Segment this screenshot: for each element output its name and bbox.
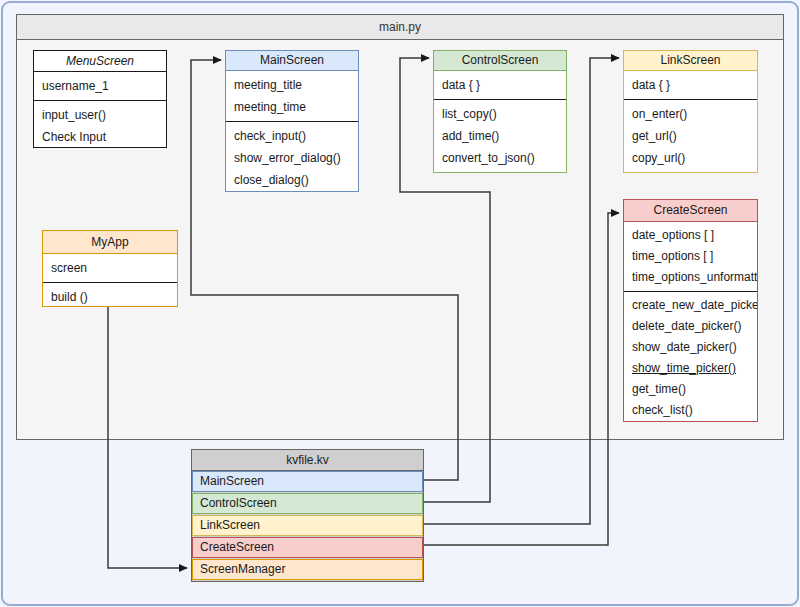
class-box-controlscreen: ControlScreen data { } list_copy() add_t… xyxy=(433,50,567,173)
class-title-controlscreen: ControlScreen xyxy=(434,51,566,71)
fields-section: data { } xyxy=(624,71,757,100)
class-title-mainscreen: MainScreen xyxy=(226,51,358,71)
method: delete_date_picker() xyxy=(624,316,757,337)
field: data { } xyxy=(624,74,757,96)
method: convert_to_json() xyxy=(434,147,566,169)
methods-section: build () xyxy=(43,283,177,307)
class-title-menuscreen: MenuScreen xyxy=(34,51,166,72)
field: screen xyxy=(43,257,177,279)
fields-section: data { } xyxy=(434,71,566,100)
method: get_time() xyxy=(624,379,757,400)
class-box-myapp: MyApp screen build () xyxy=(42,230,178,307)
field: date_options [ ] xyxy=(624,225,757,246)
method: copy_url() xyxy=(624,147,757,169)
kvfile-container: kvfile.kv MainScreen ControlScreen LinkS… xyxy=(191,449,424,582)
method: get_url() xyxy=(624,125,757,147)
method: add_time() xyxy=(434,125,566,147)
main-py-title: main.py xyxy=(17,15,783,40)
field: meeting_title xyxy=(226,74,358,96)
field: time_options_unformatted [ ] xyxy=(624,267,757,288)
methods-section: check_input() show_error_dialog() close_… xyxy=(226,122,358,192)
field: data { } xyxy=(434,74,566,96)
field: username_1 xyxy=(34,75,166,97)
methods-section: create_new_date_picker() delete_date_pic… xyxy=(624,292,757,422)
method: show_error_dialog() xyxy=(226,147,358,169)
fields-section: username_1 xyxy=(34,72,166,101)
kvfile-row-screenmanager: ScreenManager xyxy=(192,559,423,580)
class-box-mainscreen: MainScreen meeting_title meeting_time ch… xyxy=(225,50,359,192)
fields-section: screen xyxy=(43,254,177,283)
method: close_dialog() xyxy=(226,169,358,191)
class-box-linkscreen: LinkScreen data { } on_enter() get_url()… xyxy=(623,50,758,173)
method: build () xyxy=(43,286,177,307)
methods-section: on_enter() get_url() copy_url() xyxy=(624,100,757,172)
method: input_user() xyxy=(34,104,166,126)
field: meeting_time xyxy=(226,96,358,118)
class-title-myapp: MyApp xyxy=(43,231,177,254)
class-title-createscreen: CreateScreen xyxy=(624,200,757,222)
method: Check Input xyxy=(34,126,166,148)
fields-section: meeting_title meeting_time xyxy=(226,71,358,122)
diagram-canvas: main.py MenuScreen username_1 input_user… xyxy=(0,0,800,607)
kvfile-row-mainscreen: MainScreen xyxy=(192,471,423,492)
method: show_time_picker() xyxy=(624,358,757,379)
kvfile-row-controlscreen: ControlScreen xyxy=(192,493,423,514)
method: list_copy() xyxy=(434,103,566,125)
kvfile-row-createscreen: CreateScreen xyxy=(192,537,423,558)
method: check_input() xyxy=(226,125,358,147)
method: check_list() xyxy=(624,400,757,421)
method: show_date_picker() xyxy=(624,337,757,358)
field: time_options [ ] xyxy=(624,246,757,267)
kvfile-title: kvfile.kv xyxy=(192,450,423,471)
methods-section: input_user() Check Input xyxy=(34,101,166,148)
method: on_enter() xyxy=(624,103,757,125)
fields-section: date_options [ ] time_options [ ] time_o… xyxy=(624,222,757,292)
method: create_new_date_picker() xyxy=(624,295,757,316)
class-box-menuscreen: MenuScreen username_1 input_user() Check… xyxy=(33,50,167,148)
class-box-createscreen: CreateScreen date_options [ ] time_optio… xyxy=(623,199,758,422)
kvfile-row-linkscreen: LinkScreen xyxy=(192,515,423,536)
class-title-linkscreen: LinkScreen xyxy=(624,51,757,71)
methods-section: list_copy() add_time() convert_to_json() xyxy=(434,100,566,172)
